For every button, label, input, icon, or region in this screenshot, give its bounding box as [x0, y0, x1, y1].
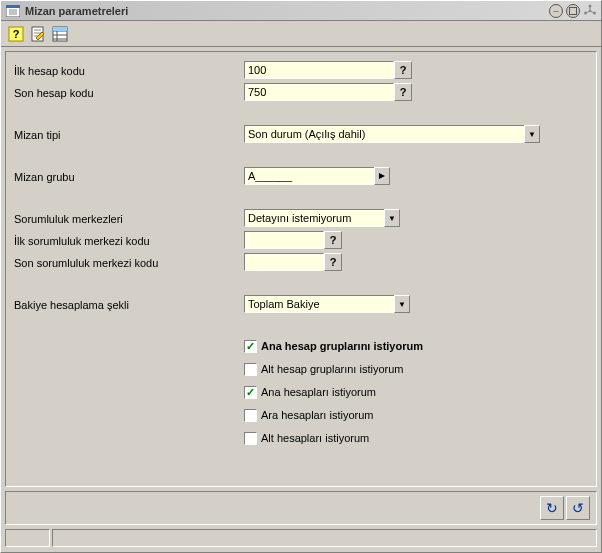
- maximize-button[interactable]: [566, 4, 580, 18]
- row-bakiye-sekli: Bakiye hesaplama şekli ▼: [14, 294, 588, 314]
- status-cell-2: [52, 529, 597, 547]
- input-son-hesap-kodu[interactable]: [244, 83, 394, 101]
- checkbox-alt-hesap-gruplari[interactable]: [244, 363, 257, 376]
- status-bar: [5, 529, 597, 549]
- dropdown-sorumluluk-merkezleri[interactable]: ▼: [384, 209, 400, 227]
- check-label-ana-hesaplari[interactable]: Ana hesapları istiyorum: [261, 386, 376, 398]
- dropdown-mizan-grubu[interactable]: [374, 167, 390, 185]
- row-ilk-hesap-kodu: İlk hesap kodu ?: [14, 60, 588, 80]
- form-panel: İlk hesap kodu ? Son hesap kodu ? Mizan …: [5, 51, 597, 487]
- label-bakiye-sekli: Bakiye hesaplama şekli: [14, 297, 244, 311]
- row-son-sorumluluk: Son sorumluluk merkezi kodu ?: [14, 252, 588, 272]
- checkbox-ana-hesaplari[interactable]: [244, 386, 257, 399]
- combo-mizan-grubu[interactable]: [244, 167, 374, 185]
- row-mizan-tipi: Mizan tipi ▼: [14, 124, 588, 144]
- window-title: Mizan parametreleri: [25, 5, 549, 17]
- svg-rect-24: [53, 27, 67, 31]
- label-mizan-tipi: Mizan tipi: [14, 127, 244, 141]
- combo-bakiye-sekli[interactable]: [244, 295, 394, 313]
- label-sorumluluk-merkezleri: Sorumluluk merkezleri: [14, 211, 244, 225]
- label-ilk-sorumluluk: İlk sorumluluk merkezi kodu: [14, 233, 244, 247]
- refresh-back-button[interactable]: ↺: [566, 496, 590, 520]
- input-ilk-hesap-kodu[interactable]: [244, 61, 394, 79]
- title-bar: Mizan parametreleri –: [1, 1, 601, 21]
- svg-rect-1: [6, 5, 20, 8]
- row-son-hesap-kodu: Son hesap kodu ?: [14, 82, 588, 102]
- app-icon: [5, 4, 21, 18]
- check-row-ara-hesaplari: Ara hesapları istiyorum: [244, 405, 588, 425]
- svg-text:?: ?: [13, 28, 20, 40]
- checkbox-alt-hesaplari[interactable]: [244, 432, 257, 445]
- checkbox-ara-hesaplari[interactable]: [244, 409, 257, 422]
- refresh-forward-button[interactable]: ↻: [540, 496, 564, 520]
- svg-rect-5: [570, 7, 577, 14]
- row-ilk-sorumluluk: İlk sorumluluk merkezi kodu ?: [14, 230, 588, 250]
- status-cell-1: [5, 529, 50, 547]
- check-label-ana-hesap-gruplari[interactable]: Ana hesap gruplarını istiyorum: [261, 340, 423, 352]
- row-sorumluluk-merkezleri: Sorumluluk merkezleri ▼: [14, 208, 588, 228]
- label-mizan-grubu: Mizan grubu: [14, 169, 244, 183]
- check-label-alt-hesap-gruplari[interactable]: Alt hesap gruplarını istiyorum: [261, 363, 403, 375]
- check-label-ara-hesaplari[interactable]: Ara hesapları istiyorum: [261, 409, 374, 421]
- help-ilk-sorumluluk[interactable]: ?: [324, 231, 342, 249]
- check-row-alt-hesap-gruplari: Alt hesap gruplarını istiyorum: [244, 359, 588, 379]
- label-son-hesap-kodu: Son hesap kodu: [14, 85, 244, 99]
- toolbar: ?: [1, 21, 601, 47]
- check-label-alt-hesaplari[interactable]: Alt hesapları istiyorum: [261, 432, 369, 444]
- combo-sorumluluk-merkezleri[interactable]: [244, 209, 384, 227]
- help-son-sorumluluk[interactable]: ?: [324, 253, 342, 271]
- check-row-alt-hesaplari: Alt hesapları istiyorum: [244, 428, 588, 448]
- combo-mizan-tipi[interactable]: [244, 125, 524, 143]
- footer-action-bar: ↻ ↺: [5, 491, 597, 525]
- input-ilk-sorumluluk[interactable]: [244, 231, 324, 249]
- grid-tool-button[interactable]: [49, 23, 71, 45]
- label-son-sorumluluk: Son sorumluluk merkezi kodu: [14, 255, 244, 269]
- notes-tool-button[interactable]: [27, 23, 49, 45]
- help-son-hesap-kodu[interactable]: ?: [394, 83, 412, 101]
- help-tool-button[interactable]: ?: [5, 23, 27, 45]
- input-son-sorumluluk[interactable]: [244, 253, 324, 271]
- checkbox-ana-hesap-gruplari[interactable]: [244, 340, 257, 353]
- minimize-button[interactable]: –: [549, 4, 563, 18]
- dropdown-mizan-tipi[interactable]: ▼: [524, 125, 540, 143]
- row-mizan-grubu: Mizan grubu: [14, 166, 588, 186]
- close-button[interactable]: [583, 4, 597, 18]
- help-ilk-hesap-kodu[interactable]: ?: [394, 61, 412, 79]
- check-row-ana-hesap-gruplari: Ana hesap gruplarını istiyorum: [244, 336, 588, 356]
- check-row-ana-hesaplari: Ana hesapları istiyorum: [244, 382, 588, 402]
- dropdown-bakiye-sekli[interactable]: ▼: [394, 295, 410, 313]
- window-buttons: –: [549, 4, 597, 18]
- window-frame: Mizan parametreleri –: [0, 0, 602, 553]
- label-ilk-hesap-kodu: İlk hesap kodu: [14, 63, 244, 77]
